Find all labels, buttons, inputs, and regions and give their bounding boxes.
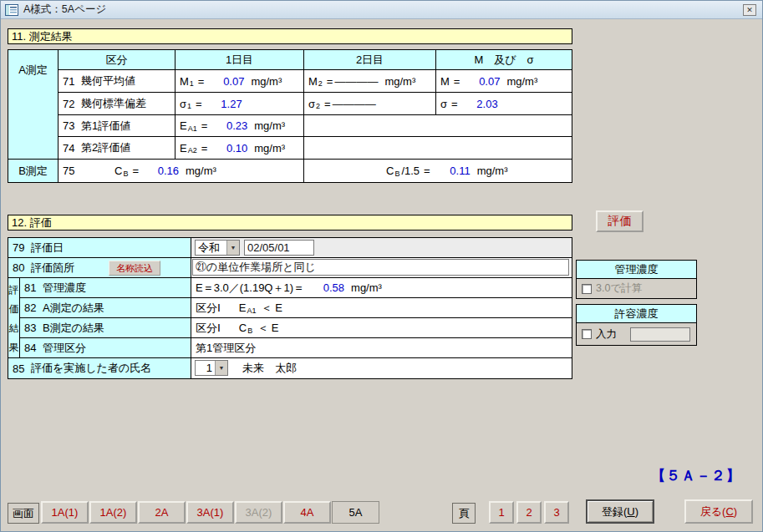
measurement-table: A測定 B測定 区分 1日目 2日目 M 及び σ 71幾何平均値 M1 =0.…	[8, 49, 572, 183]
nav-button-4a[interactable]: 4A	[283, 501, 331, 524]
evaluator-combobox[interactable]: 1 ▼	[195, 360, 228, 376]
cell-74-empty	[304, 137, 572, 160]
nav-button-3a1[interactable]: 3A(1)	[186, 501, 234, 524]
cell-72-m: σ =2.03	[436, 93, 572, 115]
control-concentration-header: 管理濃度	[576, 260, 697, 279]
form-icon	[5, 4, 18, 16]
allowable-concentration-input[interactable]	[630, 327, 690, 342]
input-checkbox[interactable]	[582, 329, 592, 339]
chevron-down-icon[interactable]: ▼	[215, 361, 227, 375]
page-button-3[interactable]: 3	[544, 501, 569, 524]
cell-72-day1: σ1 =1.27	[175, 93, 304, 115]
row81-content: E＝3.0／(1.19Q＋1)＝ 0.58 mg/m³	[191, 278, 572, 298]
cell-73-label: 73第1評価値	[58, 115, 175, 137]
close-icon[interactable]: ✕	[743, 4, 756, 16]
cell-74-label: 74第2評価値	[58, 137, 175, 160]
page-button-2[interactable]: 2	[516, 501, 542, 524]
nav-button-3a2: 3A(2)	[235, 501, 282, 524]
row80-label: 80評価箇所 名称読込	[8, 258, 191, 278]
section11-header: 11. 測定結果	[8, 28, 572, 44]
page-button-1[interactable]: 1	[489, 501, 514, 524]
side-label-a: A測定	[8, 50, 58, 160]
register-button[interactable]: 登録(U)	[586, 499, 654, 524]
nav-button-1a2[interactable]: 1A(2)	[89, 501, 137, 524]
evaluator-name: 未来 太郎	[242, 361, 297, 376]
row85-content: 1 ▼ 未来 太郎	[191, 358, 572, 378]
evaluation-table: 79評価日 令和 ▼ 80評価箇所 名称読込 評価結果 81管理濃度 E＝3.0…	[8, 237, 572, 379]
cell-71-m: M =0.07 mg/m³	[436, 70, 572, 93]
form-window: A様式：5Aページ ✕ 11. 測定結果 A測定 B測定 区分 1日目 2日目 …	[0, 0, 763, 532]
cell-71-label: 71幾何平均値	[58, 70, 175, 93]
row84-content: 第1管理区分	[191, 338, 572, 358]
col-header-m-sigma: M 及び σ	[436, 50, 572, 70]
evaluate-button[interactable]: 評価	[596, 210, 643, 232]
row80-content	[191, 258, 572, 278]
row83-content: 区分Ⅰ CB ＜ E	[191, 318, 572, 338]
evaluation-date-input[interactable]	[244, 240, 314, 256]
cell-71-day1: M1 =0.07 mg/m³	[175, 70, 304, 93]
cell-75-left: 75 CB =0.16 mg/m³	[58, 160, 304, 182]
nav-button-2a[interactable]: 2A	[138, 501, 186, 524]
chevron-down-icon[interactable]: ▼	[226, 241, 239, 255]
section12-header: 12. 評価	[8, 215, 572, 231]
cell-75-right: CB /1.5 =0.11 mg/m³	[304, 160, 572, 182]
cell-72-day2: σ2 =――――	[304, 93, 436, 115]
row83-label: 83B測定の結果	[20, 318, 191, 338]
page-label: 頁	[452, 503, 476, 524]
nav-button-5a-current[interactable]: 5A	[332, 501, 379, 524]
back-button[interactable]: 戻る(C)	[684, 499, 753, 524]
cell-73-day1: EA1 =0.23 mg/m³	[175, 115, 304, 137]
row84-label: 84管理区分	[20, 338, 191, 358]
load-name-button[interactable]: 名称読込	[109, 261, 160, 276]
cell-71-day2: M2 =―――― mg/m³	[304, 70, 436, 93]
row85-label: 85評価を実施した者の氏名	[8, 358, 191, 378]
calc-3-checkbox[interactable]	[582, 284, 592, 294]
cell-73-empty	[304, 115, 572, 137]
side-label-b: B測定	[8, 160, 58, 182]
page-tag: 【５Ａ－２】	[651, 466, 741, 485]
row82-label: 82A測定の結果	[20, 298, 191, 318]
era-combobox[interactable]: 令和 ▼	[195, 240, 240, 256]
eval-result-side-label: 評価結果	[8, 278, 20, 358]
row79-label: 79評価日	[8, 238, 191, 258]
window-title: A様式：5Aページ	[23, 3, 106, 17]
cell-72-label: 72幾何標準偏差	[58, 93, 175, 115]
row79-content: 令和 ▼	[191, 238, 572, 258]
col-header-kubun: 区分	[58, 50, 175, 70]
title-bar: A様式：5Aページ ✕	[1, 1, 762, 19]
control-concentration-body: 3.0で計算	[576, 278, 697, 299]
row82-content: 区分Ⅰ EA1 ＜ E	[191, 298, 572, 318]
screen-label: 画面	[8, 503, 39, 524]
cell-74-day1: EA2 =0.10 mg/m³	[175, 137, 304, 160]
allowable-concentration-body: 入力	[576, 322, 697, 346]
row81-label: 81管理濃度	[20, 278, 191, 298]
evaluation-place-input[interactable]	[192, 259, 569, 276]
nav-button-1a1[interactable]: 1A(1)	[41, 501, 89, 524]
allowable-concentration-header: 許容濃度	[576, 304, 697, 323]
col-header-day1: 1日目	[175, 50, 304, 70]
col-header-day2: 2日目	[304, 50, 436, 70]
